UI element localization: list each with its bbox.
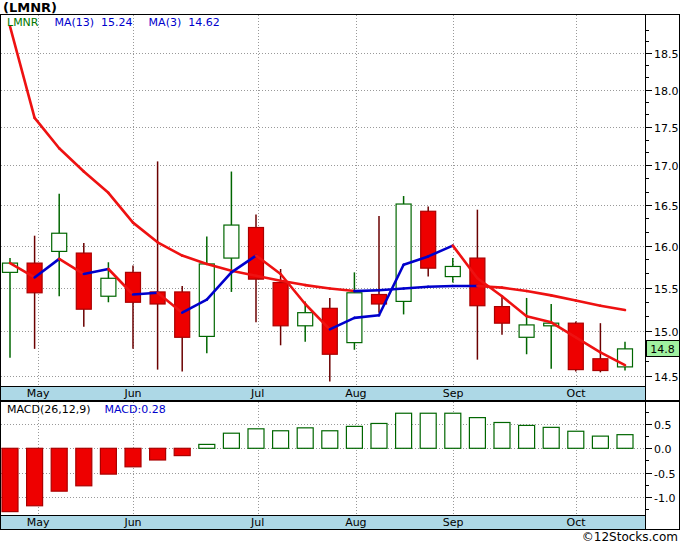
ma13-line bbox=[10, 26, 625, 310]
svg-text:14.5: 14.5 bbox=[654, 371, 679, 384]
svg-text:17.0: 17.0 bbox=[654, 160, 679, 173]
svg-text:0.0: 0.0 bbox=[654, 443, 672, 456]
svg-text:17.5: 17.5 bbox=[654, 122, 679, 135]
ma13-value: 15.24 bbox=[101, 16, 133, 29]
ma3-line bbox=[10, 246, 625, 365]
svg-text:Sep: Sep bbox=[443, 516, 464, 529]
macd-params-label: MACD(26,12,9) bbox=[7, 403, 91, 416]
svg-text:Aug: Aug bbox=[345, 387, 366, 400]
macd-legend: MACD(26,12,9)MACD:0.28 bbox=[7, 403, 166, 416]
stock-chart-svg: MayJunJulAugSepOctMayJunJulAugSepOct14.5… bbox=[0, 0, 680, 546]
svg-text:Aug: Aug bbox=[345, 516, 366, 529]
copyright: ©12Stocks.com bbox=[582, 530, 678, 544]
price-axis: 14.515.015.516.016.517.017.518.018.5 bbox=[645, 31, 679, 384]
ticker-symbol: LMNR bbox=[7, 16, 39, 29]
svg-text:0.5: 0.5 bbox=[654, 419, 672, 432]
macd-bars bbox=[2, 413, 633, 511]
ma3-label: MA(3) bbox=[149, 16, 182, 29]
svg-text:Jun: Jun bbox=[123, 387, 141, 400]
svg-text:16.5: 16.5 bbox=[654, 200, 679, 213]
svg-text:Jul: Jul bbox=[250, 387, 264, 400]
page-title: (LMNR) bbox=[3, 0, 57, 15]
svg-text:May: May bbox=[27, 387, 50, 400]
svg-text:May: May bbox=[27, 516, 50, 529]
macd-axis: 0.50.0-0.5-1.0 bbox=[645, 413, 675, 510]
last-price-badge: 14.8 bbox=[646, 341, 679, 357]
svg-text:18.0: 18.0 bbox=[654, 85, 679, 98]
svg-text:-0.5: -0.5 bbox=[654, 468, 675, 481]
macd-current-value: MACD:0.28 bbox=[105, 403, 166, 416]
svg-text:Oct: Oct bbox=[567, 516, 587, 529]
svg-text:18.5: 18.5 bbox=[654, 48, 679, 61]
stock-chart-page: MayJunJulAugSepOctMayJunJulAugSepOct14.5… bbox=[0, 0, 680, 546]
svg-text:15.5: 15.5 bbox=[654, 283, 679, 296]
svg-text:Sep: Sep bbox=[443, 387, 464, 400]
svg-text:Jul: Jul bbox=[250, 516, 264, 529]
svg-text:16.0: 16.0 bbox=[654, 241, 679, 254]
svg-text:15.0: 15.0 bbox=[654, 326, 679, 339]
svg-text:14.8: 14.8 bbox=[650, 343, 675, 356]
svg-text:-1.0: -1.0 bbox=[654, 492, 675, 505]
svg-text:Oct: Oct bbox=[567, 387, 587, 400]
price-legend: LMNRMA(13)15.24MA(3)14.62 bbox=[7, 16, 220, 29]
svg-text:Jun: Jun bbox=[123, 516, 141, 529]
ma13-label: MA(13) bbox=[55, 16, 95, 29]
ma3-value: 14.62 bbox=[188, 16, 220, 29]
